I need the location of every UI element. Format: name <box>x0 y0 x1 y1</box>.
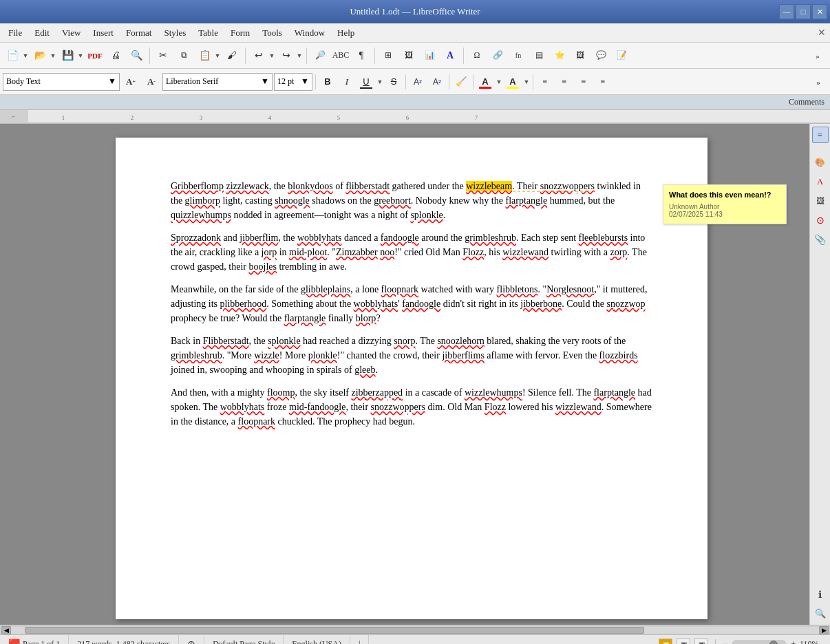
menu-view[interactable]: View <box>56 25 86 41</box>
menu-window[interactable]: Window <box>289 25 330 41</box>
strikethrough-button[interactable]: S <box>385 73 403 91</box>
find-replace-button[interactable]: 🔎 <box>310 46 330 65</box>
redo-arrow[interactable]: ▼ <box>296 46 303 65</box>
view-normal-button[interactable]: ▣ <box>659 638 672 645</box>
insert-footnote-button[interactable]: fn <box>509 46 528 65</box>
clone-format-button[interactable]: 🖌 <box>222 46 242 65</box>
superscript-button[interactable]: A2 <box>409 73 427 91</box>
horizontal-scrollbar[interactable]: ◀ ▶ <box>0 625 830 634</box>
undo-button[interactable]: ↩ <box>249 46 268 65</box>
sidebar-info-button[interactable]: ℹ <box>812 586 829 603</box>
undo-arrow[interactable]: ▼ <box>268 46 275 65</box>
scroll-thumb[interactable] <box>25 627 644 634</box>
paste-button[interactable]: 📋 <box>195 46 214 65</box>
cut-button[interactable]: ✂ <box>153 46 173 65</box>
ruler-area: 1 2 3 4 5 6 7 <box>28 110 830 123</box>
menu-table[interactable]: Table <box>193 25 224 41</box>
insert-link-button[interactable]: 🔗 <box>488 46 507 65</box>
save-button[interactable]: 💾 <box>58 46 77 65</box>
print-preview-button[interactable]: 🔍 <box>127 46 146 65</box>
export-pdf-button[interactable]: PDF <box>85 46 105 65</box>
zoom-in-button[interactable]: + <box>791 639 796 644</box>
fontwork-button[interactable]: A <box>440 46 460 65</box>
font-color-button[interactable]: A <box>476 73 494 91</box>
insert-table-button[interactable]: ⊞ <box>379 46 398 65</box>
insert-image-button[interactable]: 🖼 <box>399 46 418 65</box>
maximize-button[interactable]: □ <box>796 4 811 19</box>
new-button[interactable]: 📄 <box>3 46 22 65</box>
highlight-color-arrow[interactable]: ▼ <box>523 72 530 92</box>
formatting-toolbar: Body Text ▼ A+ A- Liberation Serif ▼ 12 … <box>0 69 830 95</box>
svg-text:7: 7 <box>475 115 478 121</box>
fmt-sep3 <box>449 74 449 89</box>
word-fandoogle1: fandoogle <box>381 233 419 243</box>
track-changes-button[interactable]: 📝 <box>612 46 631 65</box>
paste-arrow[interactable]: ▼ <box>214 46 221 65</box>
scroll-left-button[interactable]: ◀ <box>1 626 11 634</box>
zoom-out-button[interactable]: − <box>723 639 727 644</box>
zoom-slider[interactable] <box>732 640 787 645</box>
font-size-select[interactable]: 12 pt ▼ <box>274 73 312 91</box>
copy-button[interactable]: ⧉ <box>174 46 193 65</box>
word-flozz2: Flozz <box>485 402 506 412</box>
highlight-color-button[interactable]: A <box>504 73 522 91</box>
menu-format[interactable]: Format <box>120 25 158 41</box>
decrease-font-size-button[interactable]: A- <box>142 72 161 92</box>
gallery-button[interactable]: 💬 <box>591 46 610 65</box>
font-name-select[interactable]: Liberation Serif ▼ <box>162 73 273 91</box>
view-book-button[interactable]: ▣ <box>694 638 708 645</box>
close-button[interactable]: ✕ <box>812 4 827 19</box>
scroll-right-button[interactable]: ▶ <box>819 626 829 634</box>
sidebar-images-button[interactable]: 🖼 <box>812 193 829 209</box>
menu-styles[interactable]: Styles <box>158 25 191 41</box>
spellcheck-button[interactable]: ABC <box>331 46 350 65</box>
save-arrow[interactable]: ▼ <box>77 46 84 65</box>
insert-header-footer-button[interactable]: ▤ <box>529 46 549 65</box>
open-arrow[interactable]: ▼ <box>50 46 56 65</box>
bold-button[interactable]: B <box>319 73 337 91</box>
redo-button[interactable]: ↪ <box>277 46 296 65</box>
doc-close-button[interactable]: ✕ <box>818 27 826 39</box>
print-button[interactable]: 🖨 <box>106 46 125 65</box>
align-right-button[interactable]: ≡ <box>575 73 593 91</box>
menu-edit[interactable]: Edit <box>29 25 55 41</box>
align-left-button[interactable]: ≡ <box>536 73 554 91</box>
underline-button[interactable]: U <box>357 73 375 91</box>
increase-font-size-button[interactable]: A+ <box>121 72 140 92</box>
open-button[interactable]: 📂 <box>30 46 50 65</box>
paragraph-style-select[interactable]: Body Text ▼ <box>3 73 120 91</box>
word-grimbleshrub2: grimbleshrub <box>171 350 222 361</box>
font-color-arrow[interactable]: ▼ <box>496 72 502 92</box>
fmt-extend-button[interactable]: » <box>809 73 827 91</box>
document-area[interactable]: Gribberflomp zizzlewack, the blonkydoos … <box>0 124 809 625</box>
italic-button[interactable]: I <box>338 73 356 91</box>
new-arrow[interactable]: ▼ <box>22 46 29 65</box>
menu-help[interactable]: Help <box>332 25 360 41</box>
underline-arrow[interactable]: ▼ <box>376 72 383 92</box>
word-glimborp: glimborp <box>185 195 220 206</box>
align-center-button[interactable]: ≡ <box>555 73 573 91</box>
pilcrow-button[interactable]: ¶ <box>352 46 371 65</box>
extend-button[interactable]: » <box>808 46 827 65</box>
sidebar-manage-button[interactable]: 📎 <box>812 231 829 248</box>
menu-file[interactable]: File <box>3 25 28 41</box>
font-label: Liberation Serif <box>166 76 218 87</box>
styles-button[interactable]: 🖼 <box>571 46 590 65</box>
clear-format-button[interactable]: 🧹 <box>452 73 470 91</box>
menu-insert[interactable]: Insert <box>87 25 119 41</box>
insert-chart-button[interactable]: 📊 <box>420 46 439 65</box>
sidebar-navigator-button[interactable]: ⊙ <box>812 212 829 228</box>
insert-special-char-button[interactable]: Ω <box>467 46 487 65</box>
view-web-button[interactable]: ▣ <box>677 638 690 645</box>
minimize-button[interactable]: — <box>779 4 794 19</box>
sidebar-hamburger-button[interactable]: ≡ <box>812 127 829 143</box>
subscript-button[interactable]: A2 <box>428 73 446 91</box>
document-page[interactable]: Gribberflomp zizzlewack, the blonkydoos … <box>116 138 707 619</box>
menu-form[interactable]: Form <box>225 25 255 41</box>
navigator-button[interactable]: ⭐ <box>550 46 569 65</box>
sidebar-styles-button[interactable]: 🎨 <box>812 154 829 171</box>
menu-tools[interactable]: Tools <box>257 25 288 41</box>
sidebar-gallery-button[interactable]: A <box>812 173 829 190</box>
justify-button[interactable]: ≡ <box>594 73 612 91</box>
sidebar-search-button[interactable]: 🔍 <box>812 605 829 622</box>
